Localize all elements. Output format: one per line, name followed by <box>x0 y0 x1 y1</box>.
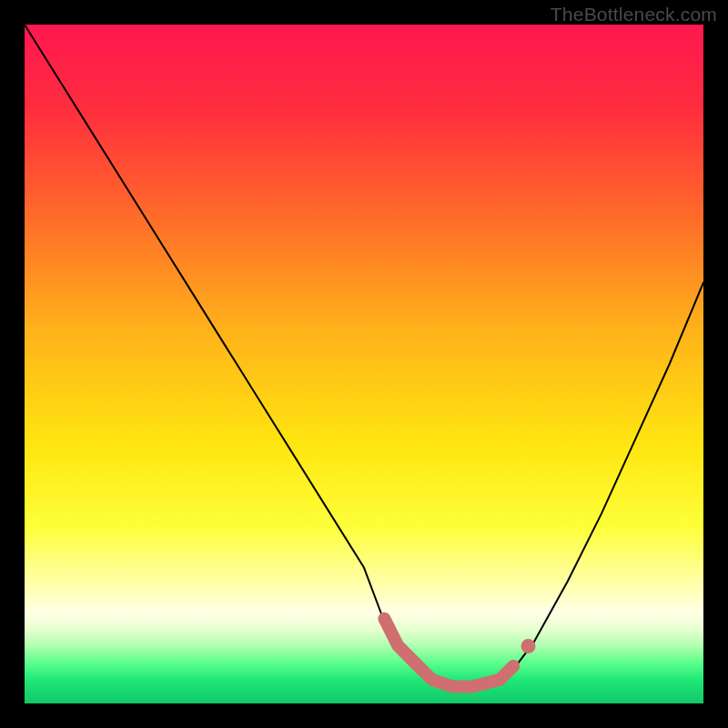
chart-frame: TheBottleneck.com <box>0 0 728 728</box>
tolerance-end-dot <box>521 639 536 653</box>
watermark-text: TheBottleneck.com <box>551 4 717 25</box>
chart-svg <box>25 25 703 703</box>
gradient-background <box>25 25 703 703</box>
plot-area <box>25 25 703 703</box>
